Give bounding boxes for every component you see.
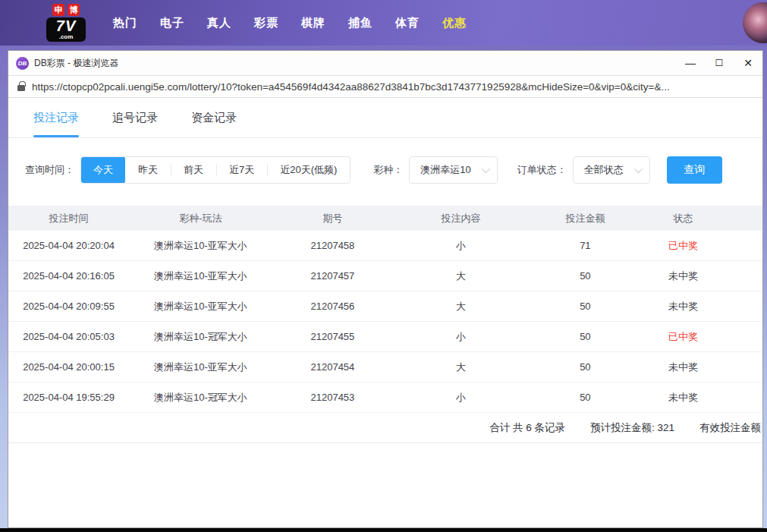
tab-追号记录[interactable]: 追号记录 xyxy=(112,98,158,137)
time-filter-label: 查询时间： xyxy=(25,163,74,177)
window-controls: — ☐ ✕ xyxy=(676,51,762,75)
time-range-group: 今天昨天前天近7天近20天(低频) xyxy=(80,156,350,184)
record-tabs: 投注记录追号记录资金记录 xyxy=(8,98,762,138)
nav-item-彩票[interactable]: 彩票 xyxy=(243,0,290,46)
table-cell: 21207457 xyxy=(272,270,393,282)
screen-bottom-bar xyxy=(0,528,767,532)
table-cell: 50 xyxy=(529,392,642,403)
table-cell: 2025-04-04 20:00:15 xyxy=(8,361,129,373)
logo-main: 7V .com xyxy=(46,17,86,42)
logo-text: 7V xyxy=(56,18,76,33)
lottery-filter-label: 彩种： xyxy=(373,163,403,177)
table-cell: 澳洲幸运10-冠军大小 xyxy=(129,330,272,344)
order-status-value: 全部状态 xyxy=(584,163,624,177)
time-option-昨天[interactable]: 昨天 xyxy=(125,157,171,183)
table-cell: 未中奖 xyxy=(642,360,725,374)
nav-item-热门[interactable]: 热门 xyxy=(102,0,149,46)
table-cell: 50 xyxy=(529,361,642,373)
table-cell: 21207458 xyxy=(272,240,393,251)
maximize-button[interactable]: ☐ xyxy=(705,51,734,75)
time-option-近7天[interactable]: 近7天 xyxy=(216,157,267,183)
browser-app-icon: DB xyxy=(16,57,29,70)
table-cell: 21207456 xyxy=(272,301,393,312)
lottery-select[interactable]: 澳洲幸运10 xyxy=(409,156,497,184)
table-cell: 50 xyxy=(529,301,642,312)
column-header: 投注内容 xyxy=(393,212,529,225)
order-status-select[interactable]: 全部状态 xyxy=(573,156,650,184)
search-button[interactable]: 查询 xyxy=(667,156,722,184)
summary-expected-amount: 预计投注金额: 321 xyxy=(590,421,674,435)
window-titlebar: DB DB彩票 - 极速浏览器 — ☐ ✕ xyxy=(8,51,762,75)
url-bar[interactable]: https://ctopcp02pcali.uengi5e.com/lotter… xyxy=(8,75,762,98)
site-logo[interactable]: 申 博 7V .com xyxy=(46,4,86,42)
nav-item-真人[interactable]: 真人 xyxy=(196,0,243,46)
table-cell: 已中奖 xyxy=(642,239,725,253)
table-row: 2025-04-04 20:00:15澳洲幸运10-亚军大小21207454大5… xyxy=(8,352,762,382)
table-body: 2025-04-04 20:20:04澳洲幸运10-亚军大小21207458小7… xyxy=(8,231,762,413)
table-cell: 澳洲幸运10-亚军大小 xyxy=(129,269,272,283)
nav-item-电子[interactable]: 电子 xyxy=(149,0,196,46)
table-cell: 小 xyxy=(393,391,529,405)
table-cell: 已中奖 xyxy=(642,330,725,344)
table-cell: 大 xyxy=(393,360,529,374)
time-option-近20天(低频)[interactable]: 近20天(低频) xyxy=(267,157,350,183)
url-text[interactable]: https://ctopcp02pcali.uengi5e.com/lotter… xyxy=(32,81,670,93)
table-cell: 澳洲幸运10-亚军大小 xyxy=(129,360,272,374)
nav-item-体育[interactable]: 体育 xyxy=(384,0,431,46)
column-header: 投注时间 xyxy=(8,212,129,225)
time-option-前天[interactable]: 前天 xyxy=(171,157,216,183)
browser-window: DB DB彩票 - 极速浏览器 — ☐ ✕ https://ctopcp02pc… xyxy=(8,50,763,528)
logo-badge-right: 博 xyxy=(68,4,80,16)
page-content: 投注记录追号记录资金记录 查询时间： 今天昨天前天近7天近20天(低频) 彩种：… xyxy=(8,98,762,527)
filter-bar: 查询时间： 今天昨天前天近7天近20天(低频) 彩种： 澳洲幸运10 订单状态：… xyxy=(25,156,762,184)
table-cell: 2025-04-04 20:20:04 xyxy=(8,240,129,251)
table-cell: 71 xyxy=(529,240,642,251)
table-cell: 小 xyxy=(393,330,529,344)
logo-badges: 申 博 xyxy=(52,4,80,16)
minimize-button[interactable]: — xyxy=(676,51,705,75)
chevron-down-icon xyxy=(482,165,490,173)
table-cell: 小 xyxy=(393,239,529,253)
table-row: 2025-04-04 20:16:05澳洲幸运10-亚军大小21207457大5… xyxy=(8,261,762,291)
table-cell: 澳洲幸运10-冠军大小 xyxy=(129,391,272,405)
nav-item-优惠[interactable]: 优惠 xyxy=(431,0,478,46)
lock-icon xyxy=(17,85,25,91)
table-cell: 澳洲幸运10-亚军大小 xyxy=(129,300,272,313)
window-title: DB彩票 - 极速浏览器 xyxy=(34,57,118,70)
tab-资金记录[interactable]: 资金记录 xyxy=(191,98,237,137)
table-cell: 未中奖 xyxy=(642,391,725,405)
table-row: 2025-04-04 20:09:55澳洲幸运10-亚军大小21207456大5… xyxy=(8,291,762,322)
table-cell: 大 xyxy=(393,269,529,283)
lottery-select-value: 澳洲幸运10 xyxy=(420,163,470,177)
table-cell: 21207454 xyxy=(272,361,393,373)
table-cell: 大 xyxy=(393,300,529,313)
table-row: 2025-04-04 20:20:04澳洲幸运10-亚军大小21207458小7… xyxy=(8,231,762,261)
table-cell: 2025-04-04 20:05:03 xyxy=(8,331,129,342)
tab-投注记录[interactable]: 投注记录 xyxy=(33,98,79,137)
column-header: 彩种-玩法 xyxy=(129,212,272,225)
summary-total: 合计 共 6 条记录 xyxy=(489,421,565,435)
table-cell: 50 xyxy=(529,331,642,342)
main-nav: 热门电子真人彩票棋牌捕鱼体育优惠 xyxy=(102,0,478,46)
logo-domain: .com xyxy=(59,34,74,40)
summary-valid-amount: 有效投注金额 xyxy=(699,421,761,435)
table-cell: 2025-04-04 20:09:55 xyxy=(8,301,129,312)
time-option-今天[interactable]: 今天 xyxy=(81,156,125,184)
column-header: 投注金额 xyxy=(529,212,642,225)
table-row: 2025-04-04 20:05:03澳洲幸运10-冠军大小21207455小5… xyxy=(8,322,762,352)
table-summary: 合计 共 6 条记录 预计投注金额: 321 有效投注金额 xyxy=(8,413,762,443)
nav-item-捕鱼[interactable]: 捕鱼 xyxy=(337,0,384,46)
logo-badge-left: 申 xyxy=(52,4,64,16)
table-cell: 2025-04-04 19:55:29 xyxy=(8,392,129,403)
bet-records-table: 投注时间彩种-玩法期号投注内容投注金额状态 2025-04-04 20:20:0… xyxy=(8,206,762,443)
nav-item-棋牌[interactable]: 棋牌 xyxy=(290,0,337,46)
table-header-row: 投注时间彩种-玩法期号投注内容投注金额状态 xyxy=(8,206,762,231)
table-cell: 澳洲幸运10-亚军大小 xyxy=(129,239,272,253)
table-cell: 50 xyxy=(529,270,642,282)
close-button[interactable]: ✕ xyxy=(734,51,762,75)
table-cell: 未中奖 xyxy=(642,269,725,283)
site-nav-bar: 申 博 7V .com 热门电子真人彩票棋牌捕鱼体育优惠 xyxy=(0,0,767,46)
table-cell: 21207453 xyxy=(272,392,393,403)
user-avatar[interactable] xyxy=(743,2,767,43)
chevron-down-icon xyxy=(634,165,643,173)
